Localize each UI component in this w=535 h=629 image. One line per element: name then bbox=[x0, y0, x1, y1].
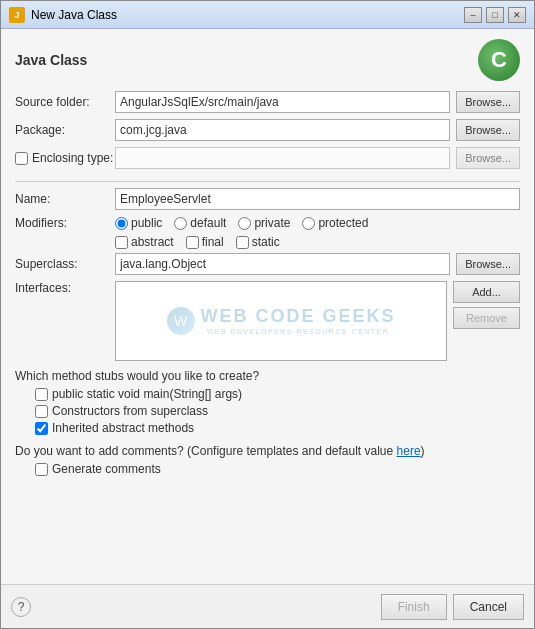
source-folder-label: Source folder: bbox=[15, 95, 115, 109]
modifiers-label: Modifiers: bbox=[15, 216, 115, 230]
modifier-abstract-checkbox[interactable] bbox=[115, 236, 128, 249]
name-row: Name: bbox=[15, 188, 520, 210]
enclosing-type-input[interactable] bbox=[115, 147, 450, 169]
enclosing-type-checkbox[interactable] bbox=[15, 152, 28, 165]
method-stub-constructors[interactable]: Constructors from superclass bbox=[35, 404, 520, 418]
modifier-static[interactable]: static bbox=[236, 235, 280, 249]
cancel-button[interactable]: Cancel bbox=[453, 594, 524, 620]
finish-button[interactable]: Finish bbox=[381, 594, 447, 620]
bottom-bar: ? Finish Cancel bbox=[1, 584, 534, 628]
modifier-public-radio[interactable] bbox=[115, 217, 128, 230]
modifier-private-radio[interactable] bbox=[238, 217, 251, 230]
interfaces-row: Interfaces: W WEB CODE GEEKS WEB DEVELOP… bbox=[15, 281, 520, 361]
modifier-public[interactable]: public bbox=[115, 216, 162, 230]
package-input[interactable] bbox=[115, 119, 450, 141]
superclass-row: Superclass: Browse... bbox=[15, 253, 520, 275]
title-bar: J New Java Class – □ ✕ bbox=[1, 1, 534, 29]
interfaces-remove-button[interactable]: Remove bbox=[453, 307, 520, 329]
method-stub-inherited-checkbox[interactable] bbox=[35, 422, 48, 435]
package-browse-button[interactable]: Browse... bbox=[456, 119, 520, 141]
window-icon: J bbox=[9, 7, 25, 23]
help-icon[interactable]: ? bbox=[11, 597, 31, 617]
interfaces-label: Interfaces: bbox=[15, 281, 115, 295]
minimize-button[interactable]: – bbox=[464, 7, 482, 23]
source-folder-browse-button[interactable]: Browse... bbox=[456, 91, 520, 113]
modifiers-check-group: abstract final static bbox=[115, 235, 368, 249]
watermark-text-block: WEB CODE GEEKS WEB DEVELOPERS RESOURCE C… bbox=[201, 306, 396, 336]
section-title: Java Class bbox=[15, 52, 87, 68]
content-area: Java Class C Source folder: Browse... Pa… bbox=[1, 29, 534, 584]
modifier-protected-radio[interactable] bbox=[302, 217, 315, 230]
source-folder-row: Source folder: Browse... bbox=[15, 91, 520, 113]
package-row: Package: Browse... bbox=[15, 119, 520, 141]
watermark-inner: W WEB CODE GEEKS WEB DEVELOPERS RESOURCE… bbox=[167, 306, 396, 336]
method-stub-inherited[interactable]: Inherited abstract methods bbox=[35, 421, 520, 435]
modifiers-row: Modifiers: public default private bbox=[15, 216, 520, 249]
enclosing-type-row: Enclosing type: Browse... bbox=[15, 147, 520, 169]
java-logo-icon: C bbox=[478, 39, 520, 81]
method-stub-main[interactable]: public static void main(String[] args) bbox=[35, 387, 520, 401]
name-label: Name: bbox=[15, 192, 115, 206]
watermark-logo-icon: W bbox=[167, 307, 195, 335]
interfaces-box: W WEB CODE GEEKS WEB DEVELOPERS RESOURCE… bbox=[115, 281, 447, 361]
superclass-label: Superclass: bbox=[15, 257, 115, 271]
superclass-input[interactable] bbox=[115, 253, 450, 275]
name-input[interactable] bbox=[115, 188, 520, 210]
separator-1 bbox=[15, 181, 520, 182]
modifier-default[interactable]: default bbox=[174, 216, 226, 230]
modifier-final[interactable]: final bbox=[186, 235, 224, 249]
watermark: W WEB CODE GEEKS WEB DEVELOPERS RESOURCE… bbox=[116, 282, 446, 360]
comments-section: Do you want to add comments? (Configure … bbox=[15, 444, 520, 476]
modifiers-radio-group: public default private protected bbox=[115, 216, 368, 230]
watermark-sub-text: WEB DEVELOPERS RESOURCE CENTER bbox=[201, 328, 396, 336]
window-title: New Java Class bbox=[31, 8, 464, 22]
source-folder-input[interactable] bbox=[115, 91, 450, 113]
package-label: Package: bbox=[15, 123, 115, 137]
modifier-final-checkbox[interactable] bbox=[186, 236, 199, 249]
interfaces-add-button[interactable]: Add... bbox=[453, 281, 520, 303]
generate-comments-checkbox[interactable] bbox=[35, 463, 48, 476]
watermark-main-text: WEB CODE GEEKS bbox=[201, 306, 396, 328]
modifier-default-radio[interactable] bbox=[174, 217, 187, 230]
modifier-abstract[interactable]: abstract bbox=[115, 235, 174, 249]
title-bar-controls: – □ ✕ bbox=[464, 7, 526, 23]
modifiers-content: public default private protected bbox=[115, 216, 368, 249]
main-window: J New Java Class – □ ✕ Java Class C Sour… bbox=[0, 0, 535, 629]
method-stubs-title: Which method stubs would you like to cre… bbox=[15, 369, 520, 383]
generate-comments-row[interactable]: Generate comments bbox=[35, 462, 520, 476]
interface-buttons: Add... Remove bbox=[453, 281, 520, 329]
modifier-protected[interactable]: protected bbox=[302, 216, 368, 230]
close-button[interactable]: ✕ bbox=[508, 7, 526, 23]
modifier-private[interactable]: private bbox=[238, 216, 290, 230]
superclass-browse-button[interactable]: Browse... bbox=[456, 253, 520, 275]
maximize-button[interactable]: □ bbox=[486, 7, 504, 23]
modifier-static-checkbox[interactable] bbox=[236, 236, 249, 249]
enclosing-type-browse-button[interactable]: Browse... bbox=[456, 147, 520, 169]
comments-title: Do you want to add comments? (Configure … bbox=[15, 444, 520, 458]
method-stub-constructors-checkbox[interactable] bbox=[35, 405, 48, 418]
method-stub-main-checkbox[interactable] bbox=[35, 388, 48, 401]
method-stubs-section: Which method stubs would you like to cre… bbox=[15, 369, 520, 438]
enclosing-type-label: Enclosing type: bbox=[15, 151, 115, 165]
comments-link[interactable]: here bbox=[397, 444, 421, 458]
section-header: Java Class C bbox=[15, 39, 520, 81]
action-buttons: Finish Cancel bbox=[381, 594, 524, 620]
